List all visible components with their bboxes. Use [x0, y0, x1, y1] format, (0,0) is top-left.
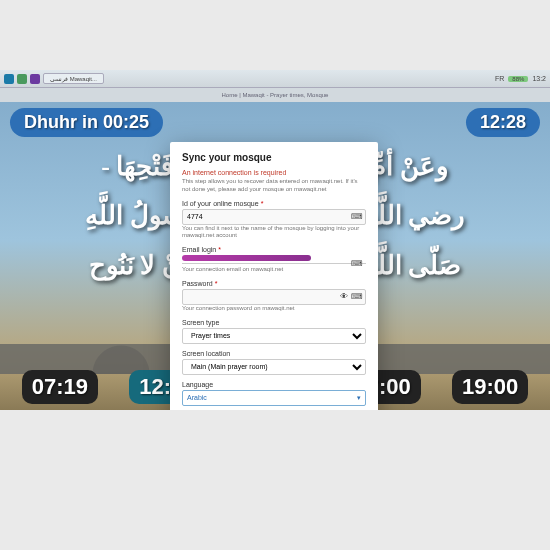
mosque-id-hint: You can find it next to the name of the …: [182, 225, 366, 241]
modal-title: Sync your mosque: [182, 152, 366, 163]
password-label: Password *: [182, 280, 366, 287]
tray-battery[interactable]: 88%: [508, 76, 528, 82]
language-label: Language: [182, 381, 366, 388]
eye-icon[interactable]: 👁: [338, 291, 350, 303]
browser-toolbar: Home | Mawaqit - Prayer times, Mosque: [0, 88, 550, 102]
screen-type-label: Screen type: [182, 319, 366, 326]
language-select[interactable]: Arabic ▾: [182, 390, 366, 406]
app-icon-browser[interactable]: [4, 74, 14, 84]
app-icon-2[interactable]: [17, 74, 27, 84]
letterbox-bottom: [0, 410, 550, 550]
modal-subtext: This step allows you to recover data ent…: [182, 178, 366, 194]
browser-tab[interactable]: فرنسي Mawaqit...: [43, 73, 104, 84]
next-prayer-badge: Dhuhr in 00:25: [10, 108, 163, 137]
chevron-down-icon: ▾: [357, 394, 361, 402]
letterbox-top: [0, 0, 550, 70]
prayer-time-isha: 19:00: [452, 370, 528, 404]
screen: فرنسي Mawaqit... FR 88% 13:2 Home | Mawa…: [0, 70, 550, 410]
prayer-time-fajr: 07:19: [22, 370, 98, 404]
password-hint: Your connection password on mawaqit.net: [182, 305, 366, 313]
screen-location-label: Screen location: [182, 350, 366, 357]
modal-warning: An internet connection is required: [182, 169, 366, 176]
screen-location-select[interactable]: Main (Main prayer room): [182, 359, 366, 375]
language-value: Arabic: [187, 394, 207, 401]
email-label: Email login *: [182, 246, 366, 253]
tray-lang[interactable]: FR: [495, 75, 504, 82]
keyboard-icon[interactable]: ⌨: [351, 211, 363, 223]
keyboard-icon[interactable]: ⌨: [351, 257, 363, 269]
screen-type-select[interactable]: Prayer times: [182, 328, 366, 344]
prayer-display: Dhuhr in 00:25 12:28 وعَنْ أمِّ عَطِيَّة…: [0, 102, 550, 410]
mosque-id-label: Id of your online mosque *: [182, 200, 366, 207]
page-title: Home | Mawaqit - Prayer times, Mosque: [222, 92, 329, 98]
sync-mosque-modal: Sync your mosque An internet connection …: [170, 142, 378, 410]
clock-badge: 12:28: [466, 108, 540, 137]
keyboard-icon[interactable]: ⌨: [351, 291, 363, 303]
mosque-id-input[interactable]: [182, 209, 366, 225]
tray-clock: 13:2: [532, 75, 546, 82]
os-taskbar: فرنسي Mawaqit... FR 88% 13:2: [0, 70, 550, 88]
app-icon-3[interactable]: [30, 74, 40, 84]
